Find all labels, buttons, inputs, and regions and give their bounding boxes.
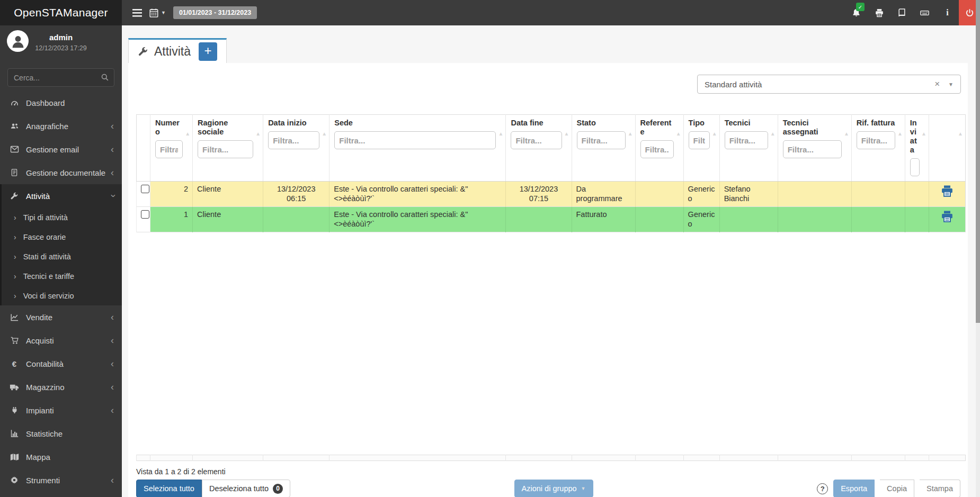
sort-arrow-icon[interactable]: ▲ — [564, 131, 569, 137]
cell-referente — [635, 207, 683, 232]
column-header-stato[interactable]: Stato▲ — [572, 115, 635, 182]
sidebar-item-gestione-email[interactable]: Gestione email‹ — [0, 138, 122, 161]
column-header-tecnici[interactable]: Tecnici▲ — [719, 115, 778, 182]
manual-button[interactable] — [890, 0, 913, 25]
calendar-menu-button[interactable]: ▼ — [149, 8, 166, 17]
tab-attivita[interactable]: Attività + — [128, 38, 227, 63]
panel-footer: Vista da 1 a 2 di 2 elementi Seleziona t… — [136, 462, 960, 497]
cell-tecnici-assegnati — [778, 207, 851, 232]
strip-row — [137, 455, 966, 461]
cell-numero: 1 — [150, 207, 193, 232]
sidebar-item-anagrafiche[interactable]: Anagrafiche‹ — [0, 114, 122, 138]
group-actions-button[interactable]: Azioni di gruppo ▼ — [514, 480, 593, 497]
column-header-ragione-sociale[interactable]: Ragione sociale▲ — [193, 115, 263, 182]
filter-input-sede[interactable] — [334, 131, 496, 149]
column-header-tipo[interactable]: Tipo▲ — [683, 115, 719, 182]
export-button[interactable]: Esporta — [833, 480, 875, 497]
print-button[interactable] — [868, 0, 890, 25]
sidebar-item-label: Gestione documentale — [26, 168, 105, 177]
add-activity-button[interactable]: + — [199, 42, 217, 61]
sort-arrow-icon[interactable]: ▲ — [712, 131, 717, 137]
column-header-referente[interactable]: Referente▲ — [635, 115, 683, 182]
sidebar-item-contabilita[interactable]: €Contabilità‹ — [0, 352, 122, 375]
strip-cell — [778, 455, 851, 461]
sidebar-item-statistiche[interactable]: Statistiche — [0, 422, 122, 445]
strip-cell — [150, 455, 193, 461]
column-header-tecnici-assegnati[interactable]: Tecnici assegnati▲ — [778, 115, 851, 182]
sidebar-item-attivita[interactable]: Attività‹ — [2, 184, 122, 207]
sidebar-item-strumenti[interactable]: Strumenti‹ — [0, 468, 122, 492]
sidebar-subitem-stati-di-attivita[interactable]: ›Stati di attività — [2, 247, 122, 266]
column-header-sede[interactable]: Sede▲ — [329, 115, 506, 182]
cell-referente — [635, 182, 683, 207]
sidebar-subitem-tecnici-e-tariffe[interactable]: ›Tecnici e tariffe — [2, 266, 122, 286]
sidebar-item-mappa[interactable]: Mappa — [0, 445, 122, 468]
sort-arrow-icon[interactable]: ▲ — [770, 131, 776, 137]
select-caret-icon[interactable]: ▼ — [948, 82, 954, 87]
sidebar-item-acquisti[interactable]: Acquisti‹ — [0, 329, 122, 352]
book-icon — [897, 8, 906, 17]
select-all-button[interactable]: Seleziona tutto — [136, 480, 202, 497]
sort-arrow-icon[interactable]: ▲ — [844, 131, 849, 137]
filter-input-data-fine[interactable] — [511, 131, 562, 149]
sidebar-item-vendite[interactable]: Vendite‹ — [0, 305, 122, 329]
column-header-inviata[interactable]: Inviata▲ — [905, 115, 929, 182]
select-clear-icon[interactable]: × — [934, 79, 948, 89]
filter-input-rif-fattura[interactable] — [857, 131, 895, 149]
sidebar-toggle-button[interactable] — [132, 9, 142, 17]
notifications-button[interactable]: ✓ — [845, 0, 868, 25]
main-content: Attività + Standard attività × ▼ Numero▲… — [122, 25, 976, 497]
column-header-data-fine[interactable]: Data fine▲ — [506, 115, 572, 182]
user-avatar[interactable] — [7, 30, 29, 52]
filter-input-ragione-sociale[interactable] — [198, 140, 253, 158]
gear-icon — [9, 476, 20, 484]
filter-input-inviata[interactable] — [910, 158, 920, 176]
search-input[interactable] — [7, 68, 114, 87]
sort-arrow-icon[interactable]: ▲ — [185, 131, 190, 137]
filter-input-tecnici-assegnati[interactable] — [783, 140, 842, 158]
row-print-button[interactable] — [929, 182, 965, 207]
activity-type-select[interactable]: Standard attività × ▼ — [697, 75, 961, 94]
sort-arrow-icon[interactable]: ▲ — [676, 131, 681, 137]
sidebar-subitem-tipi-di-attivita[interactable]: ›Tipi di attività — [2, 207, 122, 227]
column-header-rif-fattura[interactable]: Rif. fattura▲ — [851, 115, 905, 182]
sort-arrow-icon[interactable]: ▲ — [921, 131, 926, 137]
sidebar-item-dashboard[interactable]: Dashboard — [0, 91, 122, 114]
print-table-button[interactable]: Stampa — [920, 480, 960, 497]
date-range-badge[interactable]: 01/01/2023 - 31/12/2023 — [173, 6, 257, 19]
sort-arrow-icon[interactable]: ▲ — [628, 131, 633, 137]
filter-input-stato[interactable] — [577, 131, 626, 149]
sidebar-item-gestione-documentale[interactable]: Gestione documentale‹ — [0, 161, 122, 184]
sort-arrow-icon[interactable]: ▲ — [498, 131, 504, 137]
info-button[interactable]: i — [936, 0, 959, 25]
filter-input-data-inizio[interactable] — [268, 131, 319, 149]
row-checkbox[interactable] — [141, 185, 149, 193]
sort-arrow-icon[interactable]: ▲ — [897, 131, 903, 137]
sidebar-item-magazzino[interactable]: Magazzino‹ — [0, 375, 122, 399]
cell-tipo: Generico — [683, 207, 719, 232]
column-header-data-inizio[interactable]: Data inizio▲ — [263, 115, 329, 182]
sidebar-subitem-fasce-orarie[interactable]: ›Fasce orarie — [2, 227, 122, 247]
scrollbar-thumb[interactable] — [976, 0, 980, 323]
shortcuts-button[interactable] — [913, 0, 936, 25]
deselect-all-button[interactable]: Deseleziona tutto 0 — [202, 480, 290, 497]
sidebar-subitem-voci-di-servizio[interactable]: ›Voci di servizio — [2, 286, 122, 305]
row-checkbox-cell — [137, 207, 150, 232]
filter-input-tipo[interactable] — [689, 131, 710, 149]
sort-arrow-icon[interactable]: ▲ — [255, 131, 261, 137]
help-icon[interactable]: ? — [817, 483, 828, 494]
column-header-numero[interactable]: Numero▲ — [150, 115, 193, 182]
sidebar-item-impianti[interactable]: Impianti‹ — [0, 399, 122, 422]
page-scrollbar[interactable] — [976, 0, 980, 497]
select-value: Standard attività — [705, 80, 762, 89]
chevron-left-icon: ‹ — [111, 359, 114, 368]
wrench-icon — [9, 192, 20, 200]
copy-button[interactable]: Copia — [880, 480, 914, 497]
row-print-button[interactable] — [929, 207, 965, 232]
filter-input-referente[interactable] — [640, 140, 674, 158]
filter-input-numero[interactable] — [155, 140, 183, 158]
row-checkbox[interactable] — [141, 210, 149, 219]
column-label: Data fine — [511, 119, 562, 128]
filter-input-tecnici[interactable] — [725, 131, 768, 149]
sort-arrow-icon[interactable]: ▲ — [322, 131, 327, 137]
